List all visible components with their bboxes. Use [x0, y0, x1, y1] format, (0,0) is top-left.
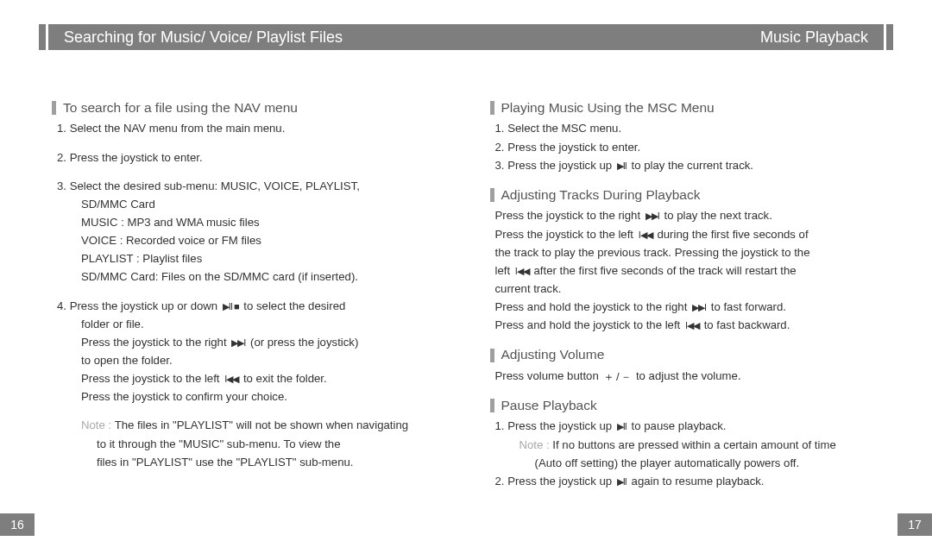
step-text: VOICE : Recorded voice or FM files	[57, 232, 443, 249]
note-line: to it through the "MUSIC" sub-menu. To v…	[57, 436, 443, 452]
page-number-left: 16	[0, 513, 35, 536]
step-text: 2. Press the joystick to enter.	[495, 139, 881, 155]
step-text: Press and hold the joystick to the right…	[495, 299, 881, 315]
volume-icon: ＋ / －	[603, 371, 631, 382]
step-text: 3. Select the desired sub-menu: MUSIC, V…	[57, 178, 443, 194]
section-title: To search for a file using the NAV menu	[63, 98, 298, 117]
step-text: 2. Press the joystick up ▶II again to re…	[495, 473, 881, 489]
note-label: Note :	[520, 438, 550, 451]
step-text: Press volume button ＋ / － to adjust the …	[495, 368, 881, 384]
step-text: 2. Press the joystick to enter.	[57, 149, 443, 166]
section-mark-icon	[490, 399, 494, 412]
step-text: current track.	[495, 280, 881, 297]
step-text: SD/MMC Card: Files on the SD/MMC card (i…	[57, 268, 443, 285]
section-mark-icon	[490, 349, 494, 362]
section-mark-icon	[490, 101, 494, 115]
section-title: Pause Playback	[501, 396, 597, 415]
play-pause-icon: ▶II	[617, 161, 627, 171]
section-body: 1. Select the NAV menu from the main men…	[52, 120, 443, 469]
section-title: Adjusting Tracks During Playback	[501, 186, 701, 204]
section-body: Press the joystick to the right ▶▶I to p…	[490, 207, 881, 333]
step-text: Press and hold the joystick to the left …	[495, 317, 881, 333]
note-label: Note :	[81, 418, 111, 431]
page-number-right: 17	[897, 513, 932, 536]
prev-track-icon: I◀◀	[685, 321, 699, 330]
step-text: MUSIC : MP3 and WMA music files	[57, 214, 443, 230]
step-text: Press the joystick to the right ▶▶I (or …	[57, 334, 443, 350]
section-header-volume: Adjusting Volume	[490, 345, 881, 364]
step-text: 3. Press the joystick up ▶II to play the…	[495, 157, 881, 173]
section-title: Adjusting Volume	[501, 345, 605, 364]
next-track-icon: ▶▶I	[645, 211, 659, 221]
step-text: Press the joystick to the left I◀◀ durin…	[495, 226, 881, 242]
step-text: folder or file.	[57, 316, 443, 332]
note-line: Note : The files in "PLAYLIST" will not …	[57, 417, 443, 433]
step-text: 4. Press the joystick up or down ▶II ■ t…	[57, 298, 443, 314]
prev-track-icon: I◀◀	[515, 267, 529, 276]
step-text: the track to play the previous track. Pr…	[495, 244, 881, 261]
section-mark-icon	[52, 101, 56, 115]
footer: 16 17	[0, 513, 932, 536]
section-header-pause: Pause Playback	[490, 396, 881, 415]
step-text: to open the folder.	[57, 352, 443, 368]
section-header-tracks: Adjusting Tracks During Playback	[490, 186, 881, 204]
note-line: Note : If no buttons are pressed within …	[495, 437, 881, 453]
step-text: Press the joystick to confirm your choic…	[57, 388, 443, 405]
section-body: 1. Press the joystick up ▶II to pause pl…	[490, 418, 881, 489]
manual-page: Searching for Music/ Voice/ Playlist Fil…	[0, 0, 932, 560]
note-line: files in "PLAYLIST" use the "PLAYLIST" s…	[57, 454, 443, 470]
step-text: Press the joystick to the right ▶▶I to p…	[495, 207, 881, 223]
step-text: left I◀◀ after the first five seconds of…	[495, 262, 881, 279]
step-text: Press the joystick to the left I◀◀ to ex…	[57, 370, 443, 387]
section-body: 1. Select the MSC menu. 2. Press the joy…	[490, 120, 881, 173]
prev-track-icon: I◀◀	[224, 374, 238, 384]
left-column: To search for a file using the NAV menu …	[52, 95, 443, 500]
header-right-title: Music Playback	[760, 28, 884, 47]
section-title: Playing Music Using the MSC Menu	[501, 98, 715, 117]
note-line: (Auto off setting) the player automatica…	[495, 455, 881, 471]
content-area: To search for a file using the NAV menu …	[52, 95, 880, 500]
play-pause-stop-icon: ▶II ■	[223, 302, 239, 311]
next-track-icon: ▶▶I	[231, 338, 245, 348]
section-header-nav-search: To search for a file using the NAV menu	[52, 98, 443, 117]
step-text: PLAYLIST : Playlist files	[57, 250, 443, 267]
step-text: 1. Select the MSC menu.	[495, 120, 881, 136]
section-body: Press volume button ＋ / － to adjust the …	[490, 368, 881, 384]
step-text: SD/MMC Card	[57, 196, 443, 212]
step-text: 1. Press the joystick up ▶II to pause pl…	[495, 418, 881, 434]
step-text: 1. Select the NAV menu from the main men…	[57, 120, 443, 136]
section-header-msc: Playing Music Using the MSC Menu	[490, 98, 881, 117]
header-bar: Searching for Music/ Voice/ Playlist Fil…	[39, 24, 893, 50]
section-mark-icon	[490, 188, 494, 202]
play-pause-icon: ▶II	[617, 422, 627, 431]
play-pause-icon: ▶II	[617, 477, 627, 487]
prev-track-icon: I◀◀	[639, 230, 652, 240]
right-column: Playing Music Using the MSC Menu 1. Sele…	[490, 95, 881, 500]
next-track-icon: ▶▶I	[692, 303, 706, 312]
header-left-title: Searching for Music/ Voice/ Playlist Fil…	[48, 28, 343, 47]
